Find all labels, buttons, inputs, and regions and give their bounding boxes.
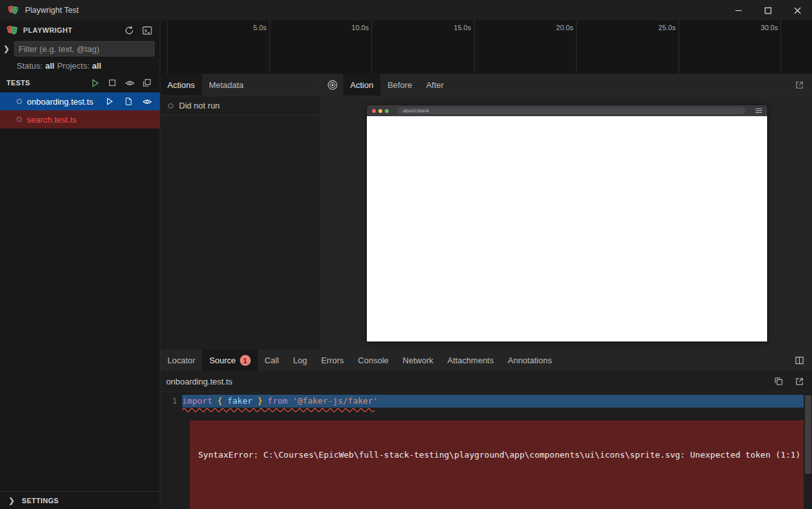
watch-all-icon[interactable] <box>123 76 136 89</box>
maximize-button[interactable] <box>753 0 782 21</box>
source-file-name: onboarding.test.ts <box>166 377 232 386</box>
collapse-all-icon[interactable] <box>140 76 153 89</box>
code-token <box>212 396 217 406</box>
timeline-gridline <box>679 21 679 74</box>
middle-panes: Actions Metadata Did not run Action Befo… <box>160 74 812 350</box>
timeline-tick-label: 5.0s <box>228 24 267 31</box>
details-panel: Locator Source 1 Call Log Errors Console… <box>160 350 812 509</box>
browser-url: about:blank <box>403 108 429 114</box>
timeline[interactable]: 5.0s10.0s15.0s20.0s25.0s30.0s <box>160 21 812 74</box>
browser-menu-icon <box>756 108 762 113</box>
title-bar: Playwright Test <box>0 0 812 21</box>
code-token: import <box>182 396 212 406</box>
source-scrollbar-thumb[interactable] <box>805 395 811 474</box>
timeline-gridline <box>781 21 781 74</box>
stop-icon[interactable] <box>106 76 119 89</box>
sidebar-title: PLAYWRIGHT <box>23 26 117 34</box>
watch-icon[interactable] <box>140 95 153 108</box>
filter-input[interactable] <box>14 41 155 56</box>
browser-close-dot-icon <box>372 109 376 113</box>
actions-tab-strip: Actions Metadata <box>160 74 320 96</box>
code-token <box>262 396 267 406</box>
code-token: faker <box>227 396 252 406</box>
error-blank-line <box>198 484 795 496</box>
projects-value: all <box>92 61 101 71</box>
run-icon[interactable] <box>103 95 116 108</box>
details-tab-strip: Locator Source 1 Call Log Errors Console… <box>160 350 812 371</box>
tab-network[interactable]: Network <box>396 350 441 371</box>
status-label: Status: <box>17 61 42 71</box>
tests-section-title: TESTS <box>6 79 89 87</box>
test-item-search[interactable]: search.test.ts <box>0 110 160 128</box>
terminal-icon[interactable] <box>140 24 153 37</box>
browser-snapshot: about:blank <box>367 105 767 341</box>
copy-icon[interactable] <box>772 375 785 388</box>
settings-section-header[interactable]: ❯ SETTINGS <box>0 491 160 509</box>
filter-row: ❯ <box>0 40 160 58</box>
split-view-icon[interactable] <box>793 354 806 367</box>
timeline-tick-label: 15.0s <box>433 24 471 31</box>
test-item-onboarding[interactable]: onboarding.test.ts <box>0 92 160 110</box>
snapshot-stage: about:blank <box>321 97 812 350</box>
code-token: '@faker-js/faker' <box>292 396 378 406</box>
timeline-tick-label: 20.0s <box>535 24 573 31</box>
open-snapshot-external-icon[interactable] <box>793 78 806 91</box>
test-file-name: search.test.ts <box>27 115 155 125</box>
browser-url-bar: about:blank <box>398 107 745 114</box>
source-code-line-1[interactable]: 1 import { faker } from '@faker-js/faker… <box>160 395 812 408</box>
playwright-logo-icon <box>8 4 19 16</box>
close-button[interactable] <box>782 0 812 21</box>
timeline-tick-label: 25.0s <box>638 24 676 31</box>
snapshot-panel: Action Before After about:blank <box>321 74 812 350</box>
browser-minimize-dot-icon <box>378 109 382 113</box>
sidebar: PLAYWRIGHT ❯ Status: all Projects: all T… <box>0 21 160 509</box>
browser-page-blank <box>367 116 767 341</box>
tab-action[interactable]: Action <box>343 74 380 96</box>
tab-metadata[interactable]: Metadata <box>202 74 251 96</box>
not-run-status-icon <box>168 103 173 108</box>
tab-attachments[interactable]: Attachments <box>440 350 500 371</box>
tab-actions[interactable]: Actions <box>160 74 202 96</box>
tab-console[interactable]: Console <box>351 350 396 371</box>
tab-log[interactable]: Log <box>286 350 314 371</box>
window-controls <box>723 0 812 21</box>
source-file-icon[interactable] <box>122 95 135 108</box>
error-squiggle-underline <box>182 408 376 412</box>
tab-errors[interactable]: Errors <box>314 350 351 371</box>
refresh-icon[interactable] <box>123 24 135 37</box>
timeline-gridline <box>371 21 372 74</box>
sidebar-empty-space <box>0 128 160 491</box>
filter-status-line[interactable]: Status: all Projects: all <box>0 58 160 73</box>
tab-before[interactable]: Before <box>380 74 419 96</box>
run-all-icon[interactable] <box>89 76 101 89</box>
tab-after[interactable]: After <box>419 74 450 96</box>
tab-locator[interactable]: Locator <box>160 350 202 371</box>
timeline-gridline <box>576 21 577 74</box>
snapshot-tab-strip: Action Before After <box>321 74 812 96</box>
tab-source-label: Source <box>209 356 235 365</box>
pick-locator-icon[interactable] <box>321 74 343 96</box>
timeline-gridline <box>167 21 167 74</box>
tab-source[interactable]: Source 1 <box>202 350 257 371</box>
open-external-icon[interactable] <box>793 375 806 388</box>
minimize-button[interactable] <box>723 0 753 21</box>
browser-chrome-bar: about:blank <box>367 105 767 116</box>
syntax-error-box: SyntaxError: C:\Courses\EpicWeb\full-sta… <box>190 420 804 509</box>
source-file-header: onboarding.test.ts <box>160 371 812 392</box>
timeline-gridline <box>474 21 475 74</box>
sidebar-header: PLAYWRIGHT <box>0 21 160 40</box>
window-title: Playwright Test <box>25 6 79 15</box>
test-status-icon <box>17 99 22 104</box>
test-file-name: onboarding.test.ts <box>27 97 98 107</box>
tab-annotations[interactable]: Annotations <box>501 350 559 371</box>
timeline-tick-label: 10.0s <box>330 24 369 31</box>
did-not-run-label: Did not run <box>179 101 220 110</box>
tests-section-header: TESTS <box>0 73 160 92</box>
settings-section-title: SETTINGS <box>22 497 58 505</box>
did-not-run-row: Did not run <box>160 96 320 116</box>
tab-call[interactable]: Call <box>258 350 286 371</box>
expand-filters-chevron-icon[interactable]: ❯ <box>1 44 12 53</box>
projects-label: Projects: <box>57 61 90 71</box>
source-viewer[interactable]: 1 import { faker } from '@faker-js/faker… <box>160 395 812 509</box>
status-value: all <box>45 61 54 71</box>
